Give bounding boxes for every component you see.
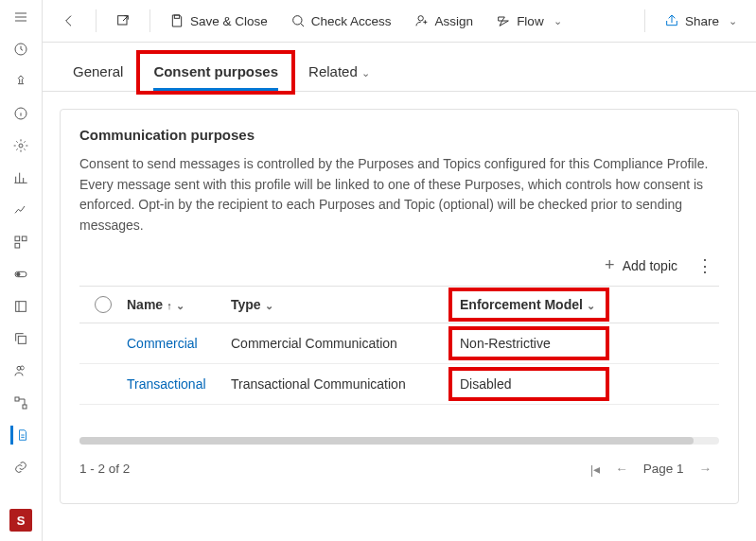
row-type: Commercial Communication bbox=[231, 336, 448, 351]
chart-line-icon[interactable] bbox=[11, 201, 30, 219]
svg-rect-3 bbox=[15, 236, 20, 241]
check-label: Check Access bbox=[311, 14, 392, 28]
flow-button[interactable]: Flow⌄ bbox=[488, 8, 570, 34]
pager-next-button[interactable]: → bbox=[692, 458, 720, 480]
svg-rect-9 bbox=[18, 336, 26, 343]
svg-point-7 bbox=[17, 272, 20, 275]
save-close-button[interactable]: Save & Close bbox=[162, 8, 275, 34]
chevron-down-icon: ⌄ bbox=[587, 300, 595, 311]
chevron-down-icon: ⌄ bbox=[361, 67, 370, 79]
svg-rect-4 bbox=[22, 236, 26, 241]
table-row[interactable]: Commercial Commercial Communication Non-… bbox=[79, 323, 719, 364]
pager-first-button[interactable]: |◂ bbox=[583, 458, 608, 480]
gear-icon[interactable] bbox=[11, 136, 30, 155]
card-title: Communication purposes bbox=[79, 127, 719, 143]
card-description: Consent to send messages is controlled b… bbox=[79, 154, 719, 236]
highlight-tab: Consent purposes bbox=[136, 50, 295, 95]
grid-icon[interactable] bbox=[11, 233, 30, 252]
people-icon[interactable] bbox=[11, 361, 30, 380]
svg-rect-13 bbox=[118, 16, 127, 25]
svg-rect-12 bbox=[23, 405, 26, 409]
chevron-down-icon: ⌄ bbox=[176, 300, 185, 311]
content: Communication purposes Consent to send m… bbox=[43, 92, 756, 541]
box-icon[interactable] bbox=[11, 297, 30, 316]
row-name-link[interactable]: Transactional bbox=[127, 376, 231, 392]
purposes-grid: Name↑⌄ Type⌄ Enforcement Model⌄ Commerci… bbox=[79, 286, 719, 405]
row-name-link[interactable]: Commercial bbox=[127, 336, 231, 351]
chart-bar-icon[interactable] bbox=[11, 168, 30, 187]
tabs: General Consent purposes Related⌄ bbox=[43, 43, 756, 92]
avatar[interactable]: S bbox=[9, 509, 32, 532]
link-icon[interactable] bbox=[11, 458, 30, 477]
share-button[interactable]: Share⌄ bbox=[657, 8, 745, 34]
tab-consent-purposes[interactable]: Consent purposes bbox=[140, 54, 291, 91]
back-button[interactable] bbox=[54, 8, 84, 34]
chevron-down-icon: ⌄ bbox=[265, 300, 273, 311]
menu-icon[interactable] bbox=[11, 8, 30, 26]
select-all-checkbox[interactable] bbox=[95, 296, 112, 313]
row-enforcement: Disabled bbox=[448, 367, 609, 401]
add-topic-button[interactable]: +Add topic bbox=[605, 255, 677, 275]
info-icon[interactable] bbox=[11, 104, 30, 123]
col-type-header[interactable]: Type⌄ bbox=[231, 297, 448, 312]
svg-rect-11 bbox=[15, 397, 19, 401]
svg-point-2 bbox=[19, 144, 23, 148]
save-label: Save & Close bbox=[190, 14, 268, 28]
share-label: Share bbox=[685, 14, 719, 28]
toolbar: Save & Close Check Access Assign Flow⌄ S… bbox=[43, 0, 756, 43]
toggle-icon[interactable] bbox=[11, 265, 30, 284]
pager-page: Page 1 bbox=[643, 462, 684, 476]
sort-asc-icon: ↑ bbox=[167, 300, 172, 311]
horizontal-scrollbar[interactable] bbox=[79, 437, 719, 445]
tab-general[interactable]: General bbox=[60, 54, 136, 91]
pager: 1 - 2 of 2 |◂ ← Page 1 → bbox=[79, 458, 719, 480]
svg-point-16 bbox=[418, 16, 423, 21]
svg-rect-14 bbox=[174, 15, 179, 18]
assign-button[interactable]: Assign bbox=[407, 8, 482, 34]
pager-prev-button[interactable]: ← bbox=[607, 458, 636, 480]
main-area: Save & Close Check Access Assign Flow⌄ S… bbox=[43, 0, 756, 541]
open-new-button[interactable] bbox=[108, 8, 138, 34]
flow-label: Flow bbox=[517, 14, 544, 28]
chevron-down-icon: ⌄ bbox=[554, 15, 562, 27]
check-access-button[interactable]: Check Access bbox=[283, 8, 399, 34]
svg-rect-5 bbox=[15, 243, 20, 248]
document-icon[interactable] bbox=[10, 426, 29, 445]
pager-status: 1 - 2 of 2 bbox=[79, 462, 130, 476]
row-type: Transactional Communication bbox=[231, 376, 448, 392]
chevron-down-icon: ⌄ bbox=[729, 15, 737, 27]
col-name-header[interactable]: Name↑⌄ bbox=[127, 297, 231, 312]
more-options-button[interactable]: ⋮ bbox=[691, 255, 719, 276]
plus-icon: + bbox=[605, 255, 615, 275]
row-enforcement: Non-Restrictive bbox=[448, 326, 609, 360]
communication-purposes-card: Communication purposes Consent to send m… bbox=[60, 109, 739, 504]
table-row[interactable]: Transactional Transactional Communicatio… bbox=[79, 364, 719, 405]
pin-icon[interactable] bbox=[11, 72, 30, 91]
flow-icon[interactable] bbox=[11, 393, 30, 412]
nav-rail: S bbox=[0, 0, 43, 541]
tab-related-label: Related bbox=[308, 63, 358, 79]
assign-label: Assign bbox=[435, 14, 474, 28]
svg-point-15 bbox=[292, 16, 301, 25]
tab-related[interactable]: Related⌄ bbox=[295, 54, 383, 91]
copy-icon[interactable] bbox=[11, 329, 30, 348]
add-topic-label: Add topic bbox=[623, 258, 677, 273]
col-enforcement-header[interactable]: Enforcement Model⌄ bbox=[448, 288, 609, 322]
svg-rect-8 bbox=[16, 302, 26, 312]
clock-icon[interactable] bbox=[11, 40, 30, 59]
grid-header: Name↑⌄ Type⌄ Enforcement Model⌄ bbox=[79, 286, 719, 323]
